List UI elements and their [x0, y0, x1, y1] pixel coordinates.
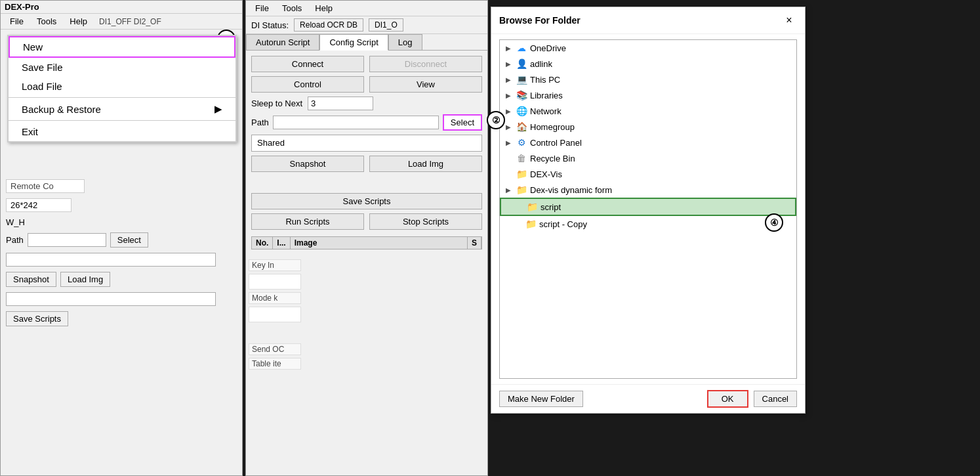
th-no: No. — [252, 237, 273, 249]
sleep-input[interactable] — [308, 97, 373, 110]
connect-btn[interactable]: Connect — [251, 56, 364, 72]
th-s: S — [468, 237, 481, 249]
select-btn-p2[interactable]: Select — [443, 114, 482, 131]
load-img-btn-p2[interactable]: Load Img — [369, 156, 482, 172]
snapshot-btn-p1[interactable]: Snapshot — [6, 272, 56, 287]
arrow-network: ▶ — [504, 106, 513, 116]
file-dropdown-menu: New Save File Load File Backup & Restore… — [7, 35, 237, 142]
tree-item-homegroup[interactable]: ▶ 🏠 Homegroup — [500, 119, 796, 135]
path-input-p1[interactable] — [28, 233, 106, 247]
wh-label: W_H — [6, 217, 237, 227]
control-row: Control View — [251, 76, 482, 93]
annotation-4: ④ — [765, 213, 783, 232]
menu-divider2 — [9, 120, 235, 121]
shared-field: Shared — [251, 135, 482, 152]
tree-item-script[interactable]: ▶ 📁 script ③ — [500, 198, 796, 216]
partial-labels-p2: Key In Mode k Send OC Table ite — [246, 257, 304, 372]
tree-item-onedrive[interactable]: ▶ ☁ OneDrive — [500, 40, 796, 56]
tree-item-thispc[interactable]: ▶ 💻 This PC — [500, 72, 796, 87]
load-img-btn-p1[interactable]: Load Img — [60, 272, 110, 287]
tree-item-controlpanel[interactable]: ▶ ⚙ Control Panel — [500, 135, 796, 150]
dialog-titlebar: Browse For Folder × — [491, 7, 805, 34]
menu-file-p2[interactable]: File — [249, 2, 276, 14]
snapshot-btn-p2[interactable]: Snapshot — [251, 156, 364, 172]
tab-log[interactable]: Log — [388, 34, 422, 50]
control-btn[interactable]: Control — [251, 76, 364, 93]
menu-file-p1[interactable]: File — [3, 15, 30, 28]
label-network: Network — [530, 106, 561, 116]
menu-tools-p1[interactable]: Tools — [30, 15, 63, 28]
label-controlpanel: Control Panel — [530, 138, 582, 148]
user-icon-adlink: 👤 — [516, 58, 527, 70]
label-script: script — [541, 202, 561, 212]
view-btn[interactable]: View — [369, 76, 482, 93]
tree-item-libraries[interactable]: ▶ 📚 Libraries — [500, 87, 796, 103]
home-icon-homegroup: 🏠 — [516, 121, 527, 133]
panel1-main-content: Remote Co 26*242 W_H Path Select Snapsho… — [1, 174, 242, 332]
label-scriptcopy: script - Copy — [539, 219, 587, 229]
browse-folder-dialog: Browse For Folder × ▶ ☁ OneDrive ▶ 👤 adl… — [491, 7, 806, 414]
label-homegroup: Homegroup — [530, 122, 575, 132]
tree-item-recyclebin[interactable]: ▶ 🗑 Recycle Bin — [500, 150, 796, 166]
key-in-input — [249, 274, 301, 290]
extra-input-p1[interactable] — [6, 253, 216, 267]
menubar-panel1: File Tools Help DI1_OFF DI2_OF — [1, 14, 242, 30]
tree-item-dexvisdynamic[interactable]: ▶ 📁 Dex-vis dynamic form — [500, 182, 796, 198]
save-scripts-btn-p2[interactable]: Save Scripts — [251, 193, 482, 209]
tabs-p2: Autorun Script Config Script Log — [246, 34, 487, 51]
folder-icon-scriptcopy: 📁 — [525, 218, 537, 230]
reload-ocr-btn[interactable]: Reload OCR DB — [294, 18, 363, 32]
menu-item-save-file[interactable]: Save File — [9, 58, 235, 77]
recycle-icon-recyclebin: 🗑 — [516, 152, 527, 164]
arrow-controlpanel: ▶ — [504, 138, 513, 147]
key-in-partial: Key In — [249, 259, 301, 271]
cancel-btn[interactable]: Cancel — [754, 391, 797, 407]
table-section: No. I... Image S — [251, 236, 482, 249]
select-btn-p1[interactable]: Select — [110, 232, 148, 248]
save-scripts-btn-p1[interactable]: Save Scripts — [6, 311, 68, 326]
pc-icon-thispc: 💻 — [516, 74, 527, 85]
label-adlink: adlink — [530, 59, 552, 69]
cp-icon-controlpanel: ⚙ — [516, 137, 527, 148]
cloud-icon-onedrive: ☁ — [516, 42, 527, 54]
spacer2 — [249, 325, 301, 341]
folder-tree[interactable]: ▶ ☁ OneDrive ▶ 👤 adlink ▶ 💻 This PC ▶ 📚 … — [499, 39, 797, 379]
empty-field-p1 — [6, 253, 237, 267]
extra-input2-p1[interactable] — [6, 292, 216, 306]
path-row-p1: Path Select — [6, 232, 237, 248]
menu-tools-p2[interactable]: Tools — [276, 2, 308, 14]
di1-btn[interactable]: DI1_O — [369, 18, 403, 32]
sleep-row: Sleep to Next — [251, 97, 482, 110]
dialog-footer: Make New Folder OK Cancel — [491, 384, 805, 413]
menu-help-p2[interactable]: Help — [308, 2, 339, 14]
ok-btn[interactable]: OK — [707, 390, 748, 408]
tab-autorun[interactable]: Autorun Script — [246, 34, 319, 50]
menu-item-new[interactable]: New — [9, 36, 235, 58]
folder-icon-script: 📁 — [526, 201, 538, 213]
arrow-thispc: ▶ — [504, 75, 513, 84]
extra-field-p1 — [6, 292, 237, 306]
run-scripts-btn[interactable]: Run Scripts — [251, 213, 364, 230]
menu-item-backup-restore[interactable]: Backup & Restore ▶ — [9, 99, 235, 119]
tab-config-script[interactable]: Config Script — [319, 34, 388, 51]
tree-item-adlink[interactable]: ▶ 👤 adlink — [500, 56, 796, 72]
stop-scripts-btn[interactable]: Stop Scripts — [369, 213, 482, 230]
path-input-p2[interactable] — [273, 116, 439, 129]
make-new-folder-btn[interactable]: Make New Folder — [499, 391, 583, 407]
send-oc-partial: Send OC — [249, 343, 301, 355]
menu-help-p1[interactable]: Help — [63, 15, 94, 28]
save-scripts-row-p2: Save Scripts — [251, 193, 482, 209]
label-libraries: Libraries — [530, 91, 563, 100]
tree-item-network[interactable]: ▶ 🌐 Network — [500, 103, 796, 119]
menu-item-exit[interactable]: Exit — [9, 122, 235, 141]
tree-item-scriptcopy[interactable]: ▶ 📁 script - Copy ④ — [500, 216, 796, 232]
menubar-panel2: File Tools Help — [246, 1, 487, 16]
menu-item-load-file[interactable]: Load File — [9, 77, 235, 96]
folder-icon-dexvisdynamic: 📁 — [516, 184, 527, 196]
table-partial: Table ite — [249, 358, 301, 370]
th-image: Image — [291, 237, 468, 249]
arrow-dexvisdynamic: ▶ — [504, 185, 513, 194]
tree-item-dexvis[interactable]: ▶ 📁 DEX-Vis — [500, 166, 796, 182]
disconnect-btn[interactable]: Disconnect — [369, 56, 482, 72]
dialog-close-btn[interactable]: × — [781, 12, 797, 28]
